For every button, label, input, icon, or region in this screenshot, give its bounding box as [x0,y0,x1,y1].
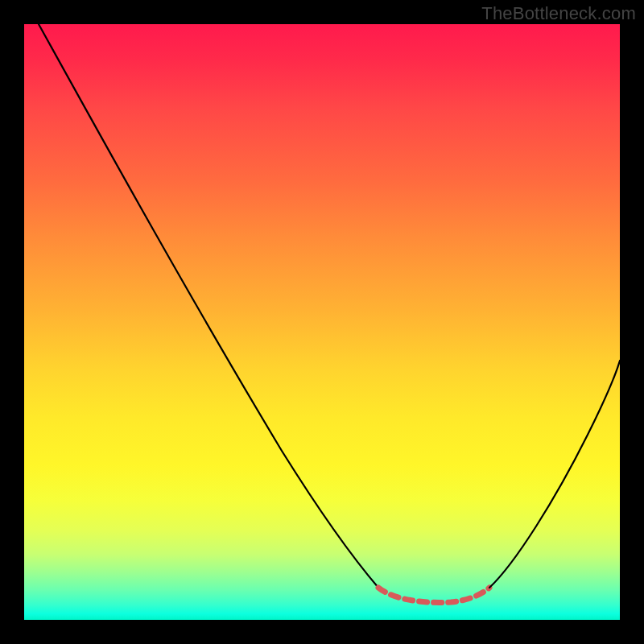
chart-frame: TheBottleneck.com [0,0,644,644]
curve-left [39,24,378,588]
bottleneck-curve [24,24,620,620]
plot-area [24,24,620,620]
curve-right [489,361,620,588]
watermark: TheBottleneck.com [481,3,636,24]
optimal-valley [378,588,489,602]
